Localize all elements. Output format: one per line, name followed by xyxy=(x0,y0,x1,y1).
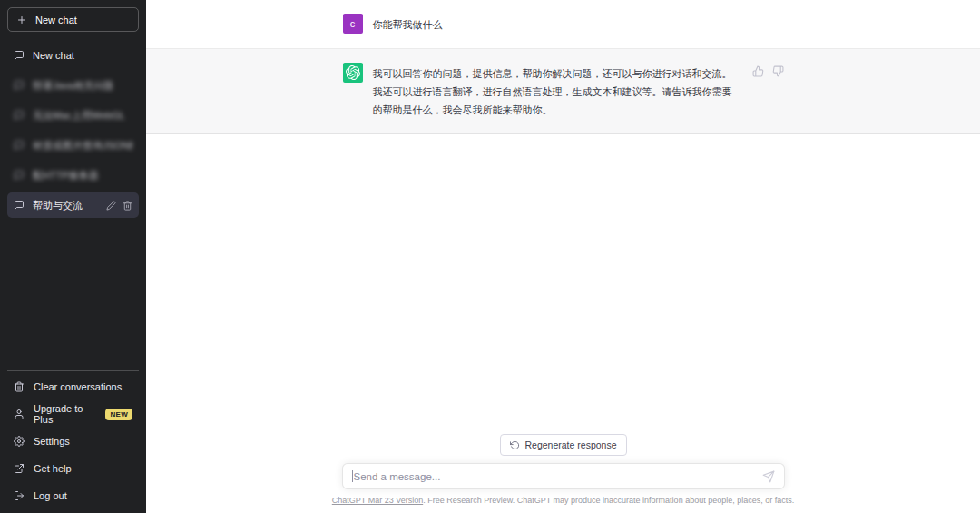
log-out-button[interactable]: Log out xyxy=(7,482,139,509)
text-caret xyxy=(352,470,353,482)
assistant-message-text: 我可以回答你的问题，提供信息，帮助你解决问题，还可以与你进行对话和交流。我还可以… xyxy=(373,63,737,119)
delete-trash-icon[interactable] xyxy=(122,201,132,211)
get-help-button[interactable]: Get help xyxy=(7,455,139,482)
assistant-message-row: 我可以回答你的问题，提供信息，帮助你解决问题，还可以与你进行对话和交流。我还可以… xyxy=(146,49,980,134)
regenerate-response-button[interactable]: Regenerate response xyxy=(500,434,627,456)
clear-conversations-button[interactable]: Clear conversations xyxy=(7,373,139,400)
chatgpt-logo-icon xyxy=(343,63,363,83)
plus-icon xyxy=(16,15,27,25)
sidebar: New chat New chat 部署Java相关问题 无法Mac上用WebG xyxy=(0,0,146,513)
settings-button[interactable]: Settings xyxy=(7,428,139,455)
history-item-label: 部署Java相关问题 xyxy=(33,79,132,93)
history-item-label: New chat xyxy=(33,50,132,61)
version-link[interactable]: ChatGPT Mar 23 Version xyxy=(332,496,423,505)
gear-icon xyxy=(14,436,24,447)
chat-bubble-icon xyxy=(14,80,24,91)
thumbs-up-icon[interactable] xyxy=(752,65,764,77)
history-item-new-chat[interactable]: New chat xyxy=(7,43,139,68)
chat-bubble-icon xyxy=(14,140,24,151)
message-feedback xyxy=(752,63,784,77)
footer-item-label: Clear conversations xyxy=(34,381,122,392)
edit-pencil-icon[interactable] xyxy=(106,201,116,211)
chat-bubble-icon xyxy=(14,200,24,211)
external-link-icon xyxy=(14,463,24,474)
new-chat-label: New chat xyxy=(35,15,77,25)
user-message-row: c 你能帮我做什么 xyxy=(146,0,980,49)
footer-item-label: Upgrade to Plus xyxy=(34,403,96,425)
footer-disclaimer: ChatGPT Mar 23 Version. Free Research Pr… xyxy=(332,496,794,505)
footer-item-label: Settings xyxy=(34,436,70,447)
history-item-label: 配HTTP服务器 xyxy=(33,169,132,183)
history-item-label: 无法Mac上用WebGL xyxy=(33,109,132,123)
user-message-text: 你能帮我做什么 xyxy=(373,14,784,34)
disclaimer-text: . Free Research Preview. ChatGPT may pro… xyxy=(423,496,794,505)
history-item-label: 帮助与交流 xyxy=(33,199,98,212)
footer-item-label: Get help xyxy=(34,463,72,474)
composer-area: Regenerate response ChatGPT Mar 23 Versi… xyxy=(146,434,980,513)
new-chat-button[interactable]: New chat xyxy=(7,7,139,32)
user-avatar: c xyxy=(343,14,363,34)
history-item-actions xyxy=(106,201,132,211)
refresh-icon xyxy=(510,440,520,450)
history-item-blurred-3[interactable]: 材质或图片查询JSON格式化 xyxy=(7,133,139,158)
message-input-box xyxy=(342,463,785,489)
message-input[interactable] xyxy=(354,471,762,482)
person-icon xyxy=(14,409,24,419)
history-item-blurred-4[interactable]: 配HTTP服务器 xyxy=(7,163,139,188)
chat-history-list: New chat 部署Java相关问题 无法Mac上用WebGL 材质或图片查询… xyxy=(7,43,139,370)
footer-item-label: Log out xyxy=(34,490,67,501)
new-badge: NEW xyxy=(105,409,132,420)
sidebar-footer: Clear conversations Upgrade to Plus NEW … xyxy=(7,370,139,509)
chat-bubble-icon xyxy=(14,170,24,181)
history-item-selected[interactable]: 帮助与交流 xyxy=(7,192,139,218)
history-item-blurred-1[interactable]: 部署Java相关问题 xyxy=(7,73,139,98)
chat-bubble-icon xyxy=(14,110,24,121)
trash-icon xyxy=(14,381,24,392)
upgrade-to-plus-button[interactable]: Upgrade to Plus NEW xyxy=(7,400,139,428)
chat-bubble-icon xyxy=(14,50,24,61)
chat-main: c 你能帮我做什么 我可以回答你的问题，提供信息，帮助你解决问题，还可以与你进行… xyxy=(146,0,980,513)
chatgpt-app: New chat New chat 部署Java相关问题 无法Mac上用WebG xyxy=(0,0,980,513)
regenerate-label: Regenerate response xyxy=(525,439,617,450)
thumbs-down-icon[interactable] xyxy=(772,65,784,77)
send-icon[interactable] xyxy=(762,470,775,483)
history-item-blurred-2[interactable]: 无法Mac上用WebGL xyxy=(7,103,139,128)
history-item-label: 材质或图片查询JSON格式化 xyxy=(33,139,132,153)
logout-icon xyxy=(14,490,24,501)
